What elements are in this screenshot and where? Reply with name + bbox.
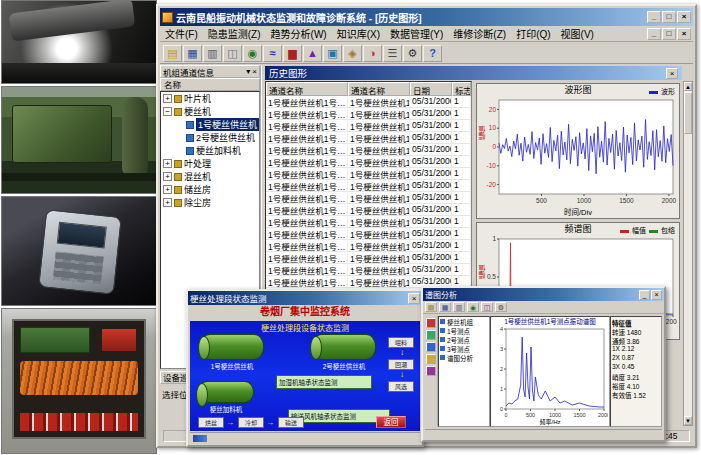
scroll-down-icon[interactable]: ▼ (684, 416, 692, 425)
column-header[interactable]: 日期 (410, 82, 452, 96)
tree-item[interactable]: −梗丝机 (161, 105, 259, 118)
table-cell: 1 (452, 168, 471, 179)
scada-close-button[interactable]: × (408, 293, 420, 304)
realtime-monitor-icon[interactable]: ◉ (243, 45, 262, 62)
tool-icon[interactable] (426, 330, 436, 340)
table-row[interactable]: 1号梗丝供丝机1号…1号梗丝供丝机1号…05/31/2006…1 (266, 108, 471, 120)
mdi-minimize-button[interactable]: _ (647, 28, 661, 40)
flow-arrow-icon: → (226, 418, 234, 427)
tree-item[interactable]: +叶处理 (161, 157, 259, 170)
alarm-icon[interactable]: ◑ (363, 45, 382, 62)
pin-icon[interactable]: ▾ (246, 67, 250, 76)
table-row[interactable]: 1号梗丝供丝机1号…1号梗丝供丝机1号…05/31/2006…1 (266, 96, 471, 108)
table-row[interactable]: 1号梗丝供丝机1号…1号梗丝供丝机1号…05/31/2006…1 (266, 264, 471, 276)
tree-panel-header[interactable]: 机组通道信息 ▾ × (160, 65, 260, 78)
table-row[interactable]: 1号梗丝供丝机1号…1号梗丝供丝机1号…05/31/2006…1 (266, 144, 471, 156)
tree-item[interactable]: 1号梗丝供丝机 (161, 118, 259, 131)
column-header[interactable]: 标志 (452, 82, 471, 96)
machine-label: 2号梗丝供丝机 (312, 361, 376, 371)
analysis-tree-item[interactable]: 谱图分析 (439, 353, 489, 362)
tree-item[interactable]: +除尘房 (161, 196, 259, 209)
table-cell: 1号梗丝供丝机1号… (348, 96, 410, 107)
database-icon[interactable]: ▣ (323, 45, 342, 62)
tool-icon[interactable] (426, 318, 436, 328)
table-row[interactable]: 1号梗丝供丝机1号…1号梗丝供丝机1号…05/31/2006…1 (266, 168, 471, 180)
save-icon[interactable]: ▦ (183, 45, 202, 62)
waveform-icon[interactable]: ≈ (263, 45, 282, 62)
menu-item[interactable]: 知识库(X) (332, 28, 385, 41)
expand-icon[interactable]: + (163, 185, 172, 194)
history-close-icon[interactable]: × (666, 68, 678, 79)
tool-icon[interactable] (426, 342, 436, 352)
back-button[interactable]: 返回 (376, 416, 406, 428)
zoom-icon[interactable]: ◫ (481, 302, 493, 312)
table-cell: 1 (452, 192, 471, 203)
minimize-button[interactable]: _ (647, 11, 661, 23)
menu-item[interactable]: 维修诊断(Z) (448, 28, 511, 41)
spectrum-icon[interactable]: ▆ (283, 45, 302, 62)
expand-icon[interactable]: + (163, 94, 172, 103)
trend-icon[interactable]: ▲ (303, 45, 322, 62)
svg-text:2: 2 (500, 366, 503, 372)
history-caption[interactable]: 历史图形 × (265, 66, 682, 80)
open-icon[interactable]: ▤ (425, 302, 437, 312)
table-row[interactable]: 1号梗丝供丝机1号…1号梗丝供丝机1号…05/31/2006…1 (266, 156, 471, 168)
vertical-scrollbar[interactable]: ▲ ▼ (683, 81, 693, 426)
expand-icon[interactable]: + (163, 198, 172, 207)
main-titlebar[interactable]: 云南昆船振动机械状态监测和故障诊断系统 - [历史图形] _ □ × (160, 8, 693, 26)
table-row[interactable]: 1号梗丝供丝机1号…1号梗丝供丝机1号…05/31/2006…1 (266, 252, 471, 264)
mdi-restore-button[interactable]: □ (662, 28, 676, 40)
knowledge-icon[interactable]: ◈ (343, 45, 362, 62)
report-icon[interactable]: ☰ (383, 45, 402, 62)
help-icon[interactable]: ? (423, 45, 442, 62)
column-header[interactable]: 通道名称 (348, 82, 410, 96)
print-icon[interactable]: ▥ (203, 45, 222, 62)
save-icon[interactable]: ▦ (439, 302, 451, 312)
maximize-button[interactable]: □ (662, 11, 676, 23)
table-row[interactable]: 1号梗丝供丝机1号…1号梗丝供丝机1号…05/31/2006…1 (266, 180, 471, 192)
table-row[interactable]: 1号梗丝供丝机1号…1号梗丝供丝机1号…05/31/2006…1 (266, 120, 471, 132)
menu-item[interactable]: 隐患监测(Z) (203, 28, 266, 41)
tree-item[interactable]: 2号梗丝供丝机 (161, 131, 259, 144)
scada-titlebar[interactable]: 梗丝处理段状态监测 × (188, 291, 422, 305)
collapse-icon[interactable]: − (163, 107, 172, 116)
analysis-close-button[interactable]: × (651, 290, 662, 300)
menu-item[interactable]: 文件(F) (160, 28, 203, 41)
close-button[interactable]: × (677, 11, 691, 23)
cursor-icon[interactable]: ◉ (467, 302, 479, 312)
settings-icon[interactable]: ⚙ (403, 45, 422, 62)
analysis-chart-title: 1号梗丝供丝机1号测点振动谱图 (491, 317, 609, 326)
analysis-minimize-button[interactable]: _ (639, 290, 650, 300)
tool-icon[interactable] (426, 354, 436, 364)
tree-item[interactable]: +混丝机 (161, 170, 259, 183)
scroll-up-icon[interactable]: ▲ (684, 82, 692, 91)
menu-item[interactable]: 打印(Q) (511, 28, 555, 41)
table-row[interactable]: 1号梗丝供丝机1号…1号梗丝供丝机1号…05/31/2006…1 (266, 192, 471, 204)
scrollbar-thumb[interactable] (684, 92, 692, 134)
table-row[interactable]: 1号梗丝供丝机1号…1号梗丝供丝机1号…05/31/2006…1 (266, 132, 471, 144)
settings-icon[interactable]: ⚙ (495, 302, 507, 312)
open-icon[interactable]: ▤ (163, 45, 182, 62)
menu-item[interactable]: 趋势分析(W) (266, 28, 332, 41)
preview-icon[interactable]: ◫ (223, 45, 242, 62)
table-row[interactable]: 1号梗丝供丝机1号…1号梗丝供丝机1号…05/31/2006…1 (266, 216, 471, 228)
flow-box: 回潮 (388, 359, 414, 370)
table-row[interactable]: 1号梗丝供丝机1号…1号梗丝供丝机1号…05/31/2006…1 (266, 240, 471, 252)
tree-item[interactable]: +叶片机 (161, 92, 259, 105)
tree-item[interactable]: 梗丝加料机 (161, 144, 259, 157)
table-row[interactable]: 1号梗丝供丝机1号…1号梗丝供丝机1号…05/31/2006…1 (266, 204, 471, 216)
panel-close-icon[interactable]: × (252, 67, 257, 76)
expand-icon[interactable]: + (163, 159, 172, 168)
table-cell: 05/31/2006… (410, 120, 452, 131)
analysis-titlebar[interactable]: 谱图分析 _ × (423, 288, 664, 301)
column-header[interactable]: 通道名称 (266, 82, 348, 96)
expand-icon[interactable]: + (163, 172, 172, 181)
tool-icon[interactable] (426, 366, 436, 376)
table-row[interactable]: 1号梗丝供丝机1号…1号梗丝供丝机1号…05/31/2006…1 (266, 228, 471, 240)
print-icon[interactable]: ▥ (453, 302, 465, 312)
menu-item[interactable]: 视图(V) (556, 28, 599, 41)
tree-item[interactable]: +储丝房 (161, 183, 259, 196)
tree-column-header[interactable]: 名称 (160, 78, 260, 91)
menu-item[interactable]: 数据管理(Y) (385, 28, 448, 41)
mdi-close-button[interactable]: × (677, 28, 691, 40)
